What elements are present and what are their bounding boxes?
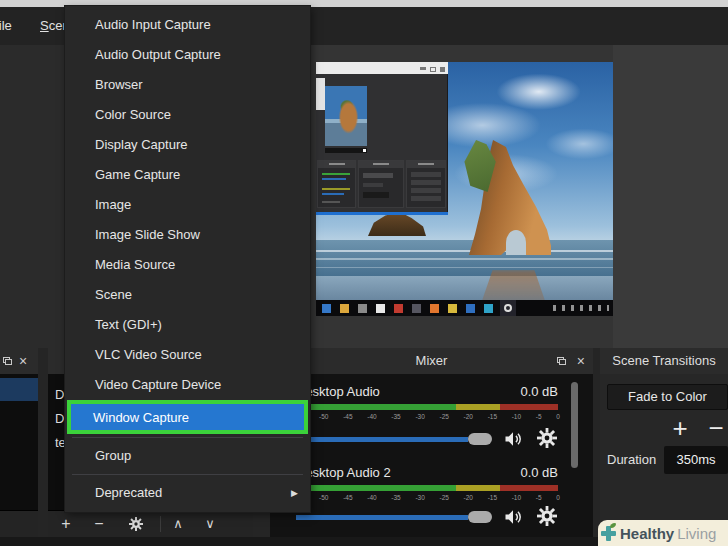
- menu-item[interactable]: Image: [65, 190, 310, 220]
- menu-item[interactable]: Browser: [65, 70, 310, 100]
- healthy-living-watermark: Healthy Living: [598, 520, 728, 546]
- video-preview: [316, 62, 613, 316]
- submenu-arrow-icon: ▶: [291, 478, 298, 508]
- menu-separator: [72, 474, 303, 475]
- preview-wave-foam: [316, 250, 613, 252]
- volume-meter: [296, 485, 558, 491]
- preview-inner-obs-window: [316, 62, 448, 215]
- meter-tick: -40: [367, 412, 376, 421]
- transitions-panel-title: Scene Transitions: [600, 348, 728, 374]
- menu-item[interactable]: Scene: [65, 280, 310, 310]
- menu-item[interactable]: Color Source: [65, 100, 310, 130]
- menubar-item-profile[interactable]: Profile: [0, 7, 12, 45]
- transition-select[interactable]: Fade to Color: [607, 384, 728, 410]
- close-icon: [440, 67, 445, 72]
- add-source-menu-items: Audio Input CaptureAudio Output CaptureB…: [65, 10, 310, 400]
- menu-item[interactable]: Display Capture: [65, 130, 310, 160]
- meter-tick: -50: [319, 493, 328, 502]
- meter-tick: -45: [343, 493, 352, 502]
- preview-taskbar-obs-icon: [500, 300, 516, 316]
- meter-tick: -25: [439, 493, 448, 502]
- meter-scale: -55-50-45-40-35-30-25-20-15-10-50: [295, 493, 560, 502]
- move-source-up-button[interactable]: ∧: [168, 511, 188, 537]
- undock-icon[interactable]: [3, 357, 12, 365]
- close-icon[interactable]: ×: [19, 348, 27, 374]
- mixer-panel: Mixer × Desktop Audio 0.0 dB -55-50-45-4…: [270, 348, 593, 537]
- preview-inner-white-menu: [316, 78, 325, 110]
- remove-source-button[interactable]: −: [89, 511, 109, 537]
- volume-slider-track[interactable]: [296, 515, 468, 520]
- menu-item[interactable]: Text (GDI+): [65, 310, 310, 340]
- preview-taskbar: [316, 300, 613, 316]
- menu-item[interactable]: Audio Output Capture: [65, 40, 310, 70]
- left-background-column: [0, 45, 65, 348]
- scenes-toolbar: [0, 510, 38, 537]
- meter-tick: -25: [439, 412, 448, 421]
- preview-inner-selection-line: [316, 212, 448, 215]
- menu-item[interactable]: Media Source: [65, 250, 310, 280]
- scenes-panel-header: ×: [0, 348, 38, 374]
- volume-slider-handle[interactable]: [468, 511, 492, 523]
- meter-tick: -5: [536, 412, 542, 421]
- undock-icon[interactable]: [557, 357, 566, 365]
- mixer-channel-level: 0.0 dB: [520, 465, 558, 480]
- mixer-channel-level: 0.0 dB: [520, 384, 558, 399]
- add-transition-button[interactable]: +: [668, 412, 692, 444]
- menu-item[interactable]: Audio Input Capture: [65, 10, 310, 40]
- preview-inner-thumbnail: [325, 86, 367, 146]
- add-source-menu: Audio Input CaptureAudio Output CaptureB…: [65, 6, 310, 512]
- add-source-button[interactable]: +: [56, 511, 76, 537]
- mixer-panel-title: Mixer: [270, 348, 593, 374]
- close-icon[interactable]: ×: [577, 348, 585, 374]
- preview-taskbar-tray: [553, 305, 609, 311]
- menu-item-label: Deprecated: [95, 485, 162, 500]
- preview-inner-controls-panel: [406, 160, 446, 208]
- meter-tick: -35: [391, 412, 400, 421]
- meter-tick: -20: [464, 493, 473, 502]
- menu-item[interactable]: Game Capture: [65, 160, 310, 190]
- move-source-down-button[interactable]: ∨: [200, 511, 220, 537]
- preview-inner-titlebar: [316, 62, 448, 74]
- preview-inner-mixer-panel: [317, 160, 356, 208]
- menu-item[interactable]: Image Slide Show: [65, 220, 310, 250]
- speaker-icon[interactable]: [503, 429, 523, 449]
- scene-transitions-panel: Scene Transitions Fade to Color + − Dura…: [600, 348, 728, 537]
- meter-tick: 0: [556, 412, 560, 421]
- watermark-brand-bold: Healthy: [620, 525, 674, 542]
- meter-tick: -50: [319, 412, 328, 421]
- sources-toolbar: + − ∧ ∨: [48, 510, 253, 537]
- meter-tick: -30: [415, 412, 424, 421]
- volume-slider-track[interactable]: [296, 437, 468, 442]
- meter-tick: -45: [343, 412, 352, 421]
- scene-list-selected-row[interactable]: [0, 378, 38, 401]
- meter-tick: -15: [488, 493, 497, 502]
- menu-separator: [72, 437, 303, 438]
- watermark-brand-light: Living: [677, 525, 716, 542]
- meter-tick: -10: [512, 493, 521, 502]
- remove-transition-button[interactable]: −: [704, 412, 728, 444]
- meter-tick: -20: [464, 412, 473, 421]
- meter-tick: -5: [536, 493, 542, 502]
- volume-slider-handle[interactable]: [468, 433, 492, 445]
- meter-tick: -35: [391, 493, 400, 502]
- mixer-scrollbar[interactable]: [571, 382, 578, 468]
- health-plus-icon: [601, 526, 616, 541]
- menu-item-group[interactable]: Group: [65, 441, 310, 471]
- source-properties-gear-icon[interactable]: [129, 517, 143, 531]
- speaker-icon[interactable]: [503, 507, 523, 527]
- duration-label: Duration: [607, 452, 656, 467]
- menu-item[interactable]: Video Capture Device: [65, 370, 310, 400]
- right-background-column: [613, 45, 728, 348]
- scenes-panel: ×: [0, 348, 38, 537]
- mixer-panel-header: Mixer ×: [270, 348, 593, 374]
- volume-meter: [296, 404, 558, 410]
- menu-item-window-capture-highlighted[interactable]: Window Capture: [67, 400, 308, 434]
- meter-tick: -15: [488, 412, 497, 421]
- minimize-icon: [420, 67, 426, 70]
- menu-item-deprecated[interactable]: Deprecated ▶: [65, 478, 310, 508]
- duration-input[interactable]: 350ms: [664, 446, 728, 474]
- meter-scale: -55-50-45-40-35-30-25-20-15-10-50: [295, 412, 560, 421]
- menu-item[interactable]: VLC Video Source: [65, 340, 310, 370]
- audio-settings-gear-icon[interactable]: [537, 506, 557, 526]
- audio-settings-gear-icon[interactable]: [537, 428, 557, 448]
